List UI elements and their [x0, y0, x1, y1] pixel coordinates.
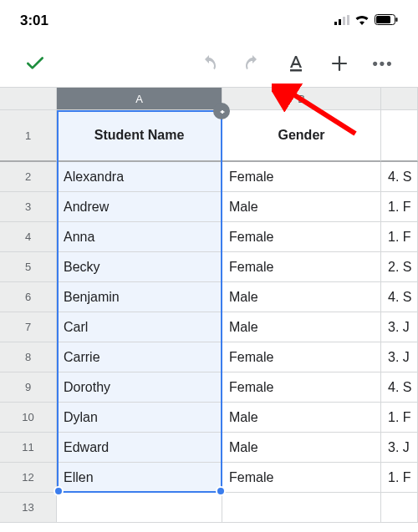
- table-row: 6BenjaminMale4. S: [0, 282, 418, 312]
- table-row: 13: [0, 493, 418, 523]
- cell[interactable]: 1. F: [381, 463, 418, 493]
- cell[interactable]: Male: [222, 312, 381, 342]
- row-header[interactable]: 7: [0, 312, 57, 342]
- svg-rect-5: [376, 16, 390, 23]
- table-row: 7CarlMale3. J: [0, 312, 418, 342]
- cellular-icon: [334, 13, 349, 28]
- table-row: 9DorothyFemale4. S: [0, 372, 418, 403]
- column-header-c[interactable]: [381, 87, 418, 110]
- column-label: A: [135, 93, 143, 105]
- more-button[interactable]: •••: [364, 45, 401, 82]
- cell[interactable]: Andrew: [57, 192, 222, 222]
- cell[interactable]: Male: [222, 433, 381, 463]
- status-indicators: [334, 13, 398, 28]
- cell[interactable]: Alexandra: [57, 162, 222, 192]
- svg-rect-0: [334, 22, 337, 25]
- cell[interactable]: 4. S: [381, 372, 418, 403]
- column-header-b[interactable]: B: [222, 87, 381, 110]
- cell[interactable]: Anna: [57, 222, 222, 252]
- row-header[interactable]: 5: [0, 252, 57, 282]
- row-header[interactable]: 3: [0, 192, 57, 222]
- cell[interactable]: 3. J: [381, 433, 418, 463]
- table-row: 2AlexandraFemale4. S: [0, 162, 418, 192]
- select-all-corner[interactable]: [0, 87, 57, 110]
- undo-button[interactable]: [191, 45, 227, 82]
- table-row: 5BeckyFemale2. S: [0, 252, 418, 282]
- column-label: B: [298, 93, 305, 105]
- row-header[interactable]: 4: [0, 222, 57, 252]
- cell[interactable]: 1. F: [381, 222, 418, 252]
- cell[interactable]: [381, 493, 418, 523]
- redo-button[interactable]: [234, 45, 271, 82]
- cell[interactable]: Female: [222, 252, 381, 282]
- status-bar: 3:01: [0, 0, 418, 40]
- table-row: 1 Student Name Gender: [0, 110, 418, 162]
- table-row: 12EllenFemale1. F: [0, 463, 418, 493]
- cell[interactable]: Gender: [222, 110, 381, 162]
- table-row: 8CarrieFemale3. J: [0, 342, 418, 372]
- spreadsheet: A B 1 Student Name Gender 2AlexandraFema…: [0, 87, 418, 523]
- toolbar: •••: [0, 40, 418, 87]
- row-header[interactable]: 2: [0, 162, 57, 192]
- cell[interactable]: Female: [222, 342, 381, 372]
- wifi-icon: [354, 13, 370, 28]
- svg-rect-1: [339, 19, 341, 25]
- cell[interactable]: 3. J: [381, 342, 418, 372]
- cell[interactable]: Carl: [57, 312, 222, 342]
- cell[interactable]: Benjamin: [57, 282, 222, 312]
- cell[interactable]: Male: [222, 403, 381, 433]
- row-header[interactable]: 12: [0, 463, 57, 493]
- battery-icon: [375, 13, 398, 28]
- cell[interactable]: Female: [222, 222, 381, 252]
- status-time: 3:01: [20, 13, 48, 29]
- row-header[interactable]: 6: [0, 282, 57, 312]
- row-header[interactable]: 8: [0, 342, 57, 372]
- cell[interactable]: Female: [222, 463, 381, 493]
- cell[interactable]: Becky: [57, 252, 222, 282]
- table-row: 3AndrewMale1. F: [0, 192, 418, 222]
- column-header-a[interactable]: A: [57, 87, 222, 110]
- row-header[interactable]: 1: [0, 110, 57, 162]
- table-row: 4AnnaFemale1. F: [0, 222, 418, 252]
- cell[interactable]: Carrie: [57, 342, 222, 372]
- cell[interactable]: 4. S: [381, 282, 418, 312]
- cell[interactable]: [57, 493, 222, 523]
- table-row: 10DylanMale1. F: [0, 403, 418, 433]
- cell[interactable]: [222, 493, 381, 523]
- table-row: 11EdwardMale3. J: [0, 433, 418, 463]
- cell[interactable]: 2. S: [381, 252, 418, 282]
- row-header[interactable]: 11: [0, 433, 57, 463]
- cell[interactable]: 1. F: [381, 192, 418, 222]
- svg-rect-6: [396, 18, 398, 22]
- cell[interactable]: 3. J: [381, 312, 418, 342]
- svg-rect-7: [290, 69, 302, 72]
- cell[interactable]: Male: [222, 192, 381, 222]
- cell[interactable]: [381, 110, 418, 162]
- cell[interactable]: Edward: [57, 433, 222, 463]
- cell[interactable]: 1. F: [381, 403, 418, 433]
- row-header[interactable]: 10: [0, 403, 57, 433]
- cell[interactable]: Student Name: [57, 110, 222, 162]
- cell[interactable]: Female: [222, 372, 381, 403]
- column-headers: A B: [0, 87, 418, 110]
- cell[interactable]: Female: [222, 162, 381, 192]
- cell[interactable]: Male: [222, 282, 381, 312]
- cell[interactable]: Dylan: [57, 403, 222, 433]
- cell[interactable]: Ellen: [57, 463, 222, 493]
- cell[interactable]: 4. S: [381, 162, 418, 192]
- confirm-button[interactable]: [17, 45, 54, 82]
- text-format-button[interactable]: [278, 45, 314, 82]
- column-resize-handle[interactable]: [213, 103, 230, 119]
- svg-rect-2: [343, 17, 345, 25]
- row-header[interactable]: 9: [0, 372, 57, 403]
- add-button[interactable]: [321, 45, 358, 82]
- svg-rect-3: [347, 15, 349, 25]
- row-header[interactable]: 13: [0, 493, 57, 523]
- cell[interactable]: Dorothy: [57, 372, 222, 403]
